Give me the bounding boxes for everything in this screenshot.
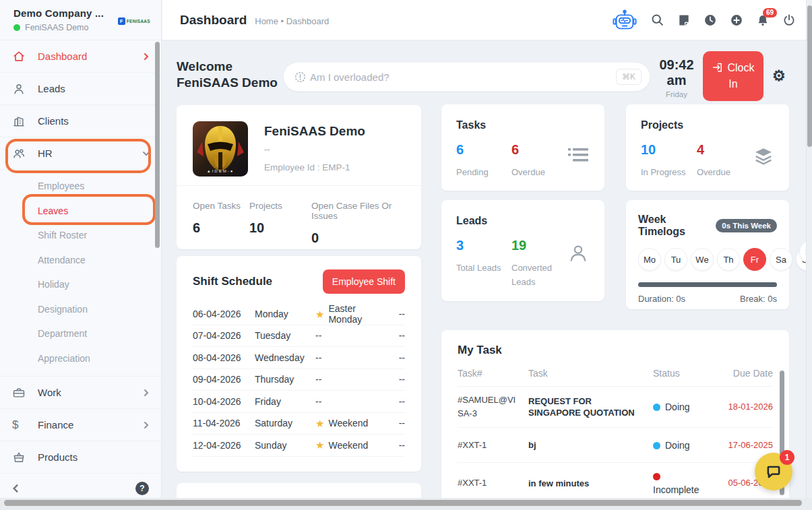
projects-overdue-label: Overdue [697,165,749,179]
status-dot [653,473,660,480]
page-vertical-scrollbar-thumb[interactable] [807,5,812,147]
leads-converted-value: 19 [511,238,567,253]
sidebar-item-finance[interactable]: $ Finance [0,409,161,441]
weekday-strip: Mo Tu We Th Fr Sa Su [638,248,777,271]
fenisaas-logo: F FENISAAS [118,18,150,25]
search-input[interactable] [310,71,616,83]
employee-name: FeniSAAS Demo [264,124,365,139]
dollar-icon: $ [12,418,27,432]
day-circle-mo[interactable]: Mo [638,248,661,271]
task-table-header: Task# Task Status Due Date [458,368,773,387]
chevron-down-icon [142,150,150,158]
projects-inprogress-value: 10 [641,142,697,157]
my-task-card: My Task Task# Task Status Due Date #SAMU… [441,330,789,510]
sidebar-item-label: Finance [38,419,142,431]
list-icon [567,146,590,164]
power-icon[interactable] [782,13,796,27]
sidebar-item-work[interactable]: Work [0,377,161,409]
clock-in-label: Clock In [727,62,754,90]
star-icon: ★ [315,418,324,428]
chevron-right-icon [142,421,150,429]
chat-fab-button[interactable]: 1 [755,453,792,490]
people-icon [12,147,27,160]
day-circle-fr[interactable]: Fr [743,248,766,271]
chat-unread-badge: 1 [780,450,794,465]
sidebar-item-label: HR [38,148,142,159]
person-icon [12,82,27,96]
page-horizontal-scrollbar-thumb[interactable] [4,500,802,506]
building-icon [12,115,27,128]
employee-shift-button[interactable]: Employee Shift [323,269,405,294]
clock-icon[interactable] [704,13,717,27]
ai-search-bar[interactable]: ⌘K [283,62,650,92]
tasks-overdue-value: 6 [511,142,567,157]
sidebar-item-employees[interactable]: Employees [0,174,161,199]
avatar[interactable]: ▲IDEM-● [193,121,248,177]
sidebar: Demo Company ... FeniSAAS Demo F FENISAA… [0,0,162,510]
sidebar-item-holiday[interactable]: Holiday [0,272,161,297]
sidebar-item-leaves[interactable]: Leaves [0,199,161,224]
day-circle-sa[interactable]: Sa [770,248,792,271]
shift-row: 12-04-2026Sunday ★Weekend -- [193,435,405,457]
sidebar-item-label: Leads [38,83,150,94]
day-circle-th[interactable]: Th [717,248,740,271]
sidebar-item-leads[interactable]: Leads [0,73,161,105]
sidebar-item-label: Work [38,387,142,398]
current-time: 09:42 am Friday [655,57,698,98]
stat-label: Projects [249,201,311,211]
notifications-bell-icon[interactable]: 69 [756,13,770,27]
tasks-pending-value: 6 [456,142,511,157]
week-timelogs-card: Week Timelogs 0s This Week Mo Tu We Th F… [626,200,789,309]
tasks-summary-card[interactable]: Tasks 6 Pending 6 Overdue [441,104,604,191]
note-icon[interactable] [677,13,691,27]
shift-row: 10-04-2026Friday -- -- [193,391,405,413]
stat-label: Open Case Files Or Issues [311,201,405,221]
sidebar-item-label: Products [38,451,150,463]
star-icon: ★ [315,440,324,450]
leads-total-value: 3 [456,238,511,253]
sidebar-item-appreciation[interactable]: Appreciation [0,346,161,371]
card-title: Tasks [456,119,590,131]
stat-value: 6 [193,220,249,236]
logo-mark-icon: F [118,18,125,25]
plus-circle-icon[interactable] [730,13,743,27]
day-circle-we[interactable]: We [691,248,714,271]
tasks-overdue-label: Overdue [511,165,564,179]
page-vertical-scrollbar[interactable] [806,0,812,510]
hr-submenu: Employees Leaves Shift Roster Attendance… [0,170,161,377]
status-dot [653,404,660,411]
stat-label: Open Tasks [193,201,249,211]
sidebar-item-dashboard[interactable]: Dashboard [0,40,161,73]
sidebar-item-department[interactable]: Department [0,321,161,346]
sidebar-item-clients[interactable]: Clients [0,105,161,137]
duration-label: Duration: 0s [638,294,685,304]
shift-table: 06-04-2026Monday ★Easter Monday -- 07-04… [193,303,405,457]
shift-row: 11-04-2026Saturday ★Weekend -- [193,413,405,435]
search-icon[interactable] [650,13,664,27]
info-icon [294,71,306,83]
help-icon[interactable]: ? [135,482,149,495]
breadcrumb[interactable]: Home • Dashboard [255,16,329,26]
clock-in-button[interactable]: Clock In [703,51,763,101]
projects-overdue-value: 4 [697,142,753,157]
week-total-badge: 0s This Week [716,219,777,232]
assistant-robot-icon[interactable] [612,9,637,32]
gear-icon[interactable]: ⚙ [772,67,786,85]
account-name: FeniSAAS Demo [25,23,88,32]
sidebar-item-products[interactable]: Products [0,441,161,474]
leads-summary-card[interactable]: Leads 3 Total Leads 19 Converted Leads [441,200,604,301]
sidebar-scrollbar[interactable] [155,42,160,248]
weekday-label: Friday [655,90,698,98]
day-circle-tu[interactable]: Tu [664,248,687,271]
page-horizontal-scrollbar[interactable] [0,498,812,510]
collapse-sidebar-icon[interactable] [11,484,20,493]
notification-badge: 69 [763,8,777,18]
sidebar-item-shift-roster[interactable]: Shift Roster [0,223,161,248]
sidebar-item-designation[interactable]: Designation [0,297,161,322]
task-row: #SAMUEL@VISA-3 REQUEST FOR SINGAPORE QUO… [458,387,773,428]
status-dot [653,442,660,449]
card-title: Week Timelogs [638,214,709,238]
sidebar-item-hr[interactable]: HR [0,137,161,170]
projects-summary-card[interactable]: Projects 10 In Progress 4 Overdue [626,104,789,191]
sidebar-item-attendance[interactable]: Attendance [0,248,161,273]
